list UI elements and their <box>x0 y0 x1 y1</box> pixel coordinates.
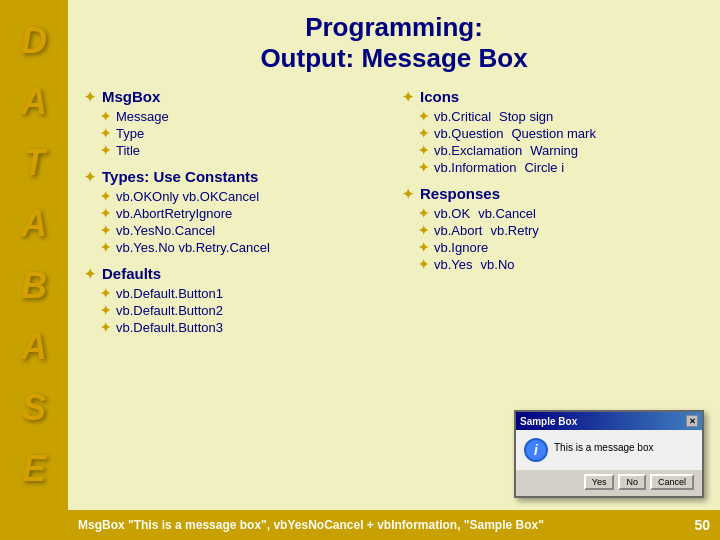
icon-item-4: ✦ vb.Information Circle i <box>418 160 704 175</box>
sidebar: DATABASE <box>0 0 68 510</box>
bottom-code: MsgBox "This is a message box", vbYesNoC… <box>78 518 544 532</box>
diamond-icon: ✦ <box>84 89 96 105</box>
icons-header: ✦ Icons <box>402 88 704 105</box>
sidebar-letter: S <box>22 390 46 426</box>
main-content: Programming: Output: Message Box ✦ MsgBo… <box>68 0 720 510</box>
type-item-3: ✦ vb.YesNo.Cancel <box>100 223 386 238</box>
plus-icon: ✦ <box>100 206 111 221</box>
responses-header: ✦ Responses <box>402 185 704 202</box>
plus-icon: ✦ <box>418 143 429 158</box>
type-item-4: ✦ vb.Yes.No vb.Retry.Cancel <box>100 240 386 255</box>
plus-icon: ✦ <box>418 109 429 124</box>
dialog-body: i This is a message box <box>516 430 702 470</box>
response-item-2: ✦ vb.Abort vb.Retry <box>418 223 704 238</box>
page-number: 50 <box>694 517 710 533</box>
msgbox-section: ✦ MsgBox ✦ Message ✦ Type ✦ Title <box>84 88 386 158</box>
msgbox-type-item: ✦ Type <box>100 126 386 141</box>
msgbox-message-item: ✦ Message <box>100 109 386 124</box>
msgbox-header: ✦ MsgBox <box>84 88 386 105</box>
diamond-icon: ✦ <box>84 169 96 185</box>
plus-icon: ✦ <box>100 303 111 318</box>
dialog-buttons: Yes No Cancel <box>516 470 702 496</box>
types-header: ✦ Types: Use Constants <box>84 168 386 185</box>
left-column: ✦ MsgBox ✦ Message ✦ Type ✦ Title <box>84 88 386 345</box>
dialog-yes-button[interactable]: Yes <box>584 474 615 490</box>
type-item-1: ✦ vb.OKOnly vb.OKCancel <box>100 189 386 204</box>
types-section: ✦ Types: Use Constants ✦ vb.OKOnly vb.OK… <box>84 168 386 255</box>
sidebar-letter: B <box>21 268 47 304</box>
plus-icon: ✦ <box>418 257 429 272</box>
dialog-cancel-button[interactable]: Cancel <box>650 474 694 490</box>
plus-icon: ✦ <box>100 189 111 204</box>
dialog-message: This is a message box <box>554 442 654 453</box>
sidebar-letter: E <box>22 451 46 487</box>
defaults-header: ✦ Defaults <box>84 265 386 282</box>
plus-icon: ✦ <box>418 240 429 255</box>
response-item-4: ✦ vb.Yes vb.No <box>418 257 704 272</box>
plus-icon: ✦ <box>100 286 111 301</box>
plus-icon: ✦ <box>100 320 111 335</box>
plus-icon: ✦ <box>418 160 429 175</box>
diamond-icon: ✦ <box>84 266 96 282</box>
sidebar-letter: D <box>21 23 47 59</box>
slide-title: Programming: Output: Message Box <box>84 12 704 74</box>
icon-item-3: ✦ vb.Exclamation Warning <box>418 143 704 158</box>
plus-icon: ✦ <box>418 223 429 238</box>
msgbox-title-item: ✦ Title <box>100 143 386 158</box>
sidebar-letter: A <box>21 206 47 242</box>
default-item-2: ✦ vb.Default.Button2 <box>100 303 386 318</box>
title-line1: Programming: Output: Message Box <box>84 12 704 74</box>
default-item-3: ✦ vb.Default.Button3 <box>100 320 386 335</box>
dialog-titlebar: Sample Box ✕ <box>516 412 702 430</box>
plus-icon: ✦ <box>100 223 111 238</box>
dialog-close-button[interactable]: ✕ <box>686 415 698 427</box>
plus-icon: ✦ <box>100 143 111 158</box>
right-column: ✦ Icons ✦ vb.Critical Stop sign ✦ vb.Que… <box>402 88 704 345</box>
default-item-1: ✦ vb.Default.Button1 <box>100 286 386 301</box>
diamond-icon: ✦ <box>402 186 414 202</box>
icons-section: ✦ Icons ✦ vb.Critical Stop sign ✦ vb.Que… <box>402 88 704 175</box>
sidebar-letter: A <box>21 84 47 120</box>
type-item-2: ✦ vb.AbortRetryIgnore <box>100 206 386 221</box>
icon-item-1: ✦ vb.Critical Stop sign <box>418 109 704 124</box>
dialog-title: Sample Box <box>520 416 577 427</box>
plus-icon: ✦ <box>418 206 429 221</box>
bottom-bar: MsgBox "This is a message box", vbYesNoC… <box>0 510 720 540</box>
dialog-no-button[interactable]: No <box>618 474 646 490</box>
info-icon: i <box>524 438 548 462</box>
diamond-icon: ✦ <box>402 89 414 105</box>
responses-section: ✦ Responses ✦ vb.OK vb.Cancel ✦ vb.Abort… <box>402 185 704 272</box>
sidebar-letter: T <box>23 145 45 181</box>
plus-icon: ✦ <box>418 126 429 141</box>
response-item-3: ✦ vb.Ignore <box>418 240 704 255</box>
plus-icon: ✦ <box>100 240 111 255</box>
plus-icon: ✦ <box>100 126 111 141</box>
response-item-1: ✦ vb.OK vb.Cancel <box>418 206 704 221</box>
sample-box-dialog: Sample Box ✕ i This is a message box Yes… <box>514 410 704 498</box>
defaults-section: ✦ Defaults ✦ vb.Default.Button1 ✦ vb.Def… <box>84 265 386 335</box>
icon-item-2: ✦ vb.Question Question mark <box>418 126 704 141</box>
plus-icon: ✦ <box>100 109 111 124</box>
sidebar-letter: A <box>21 329 47 365</box>
